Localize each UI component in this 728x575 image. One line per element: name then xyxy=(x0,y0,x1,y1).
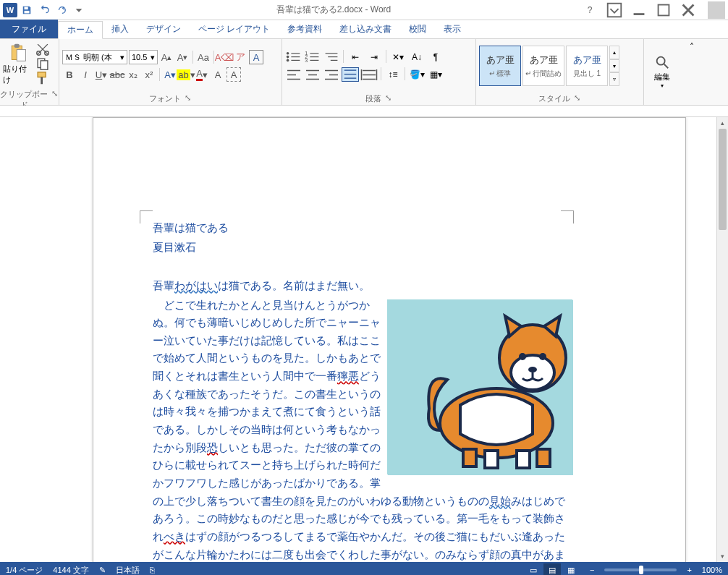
format-painter-icon[interactable] xyxy=(35,72,51,85)
style-normal[interactable]: あア亜 ↵ 標準 xyxy=(479,46,521,86)
multilevel-list-icon[interactable] xyxy=(323,50,340,64)
style-heading1[interactable]: あア亜 見出し 1 xyxy=(566,46,608,86)
asian-layout-icon[interactable]: ✕▾ xyxy=(389,50,407,64)
enclose-char-icon[interactable]: A xyxy=(249,50,263,64)
scroll-down-icon[interactable]: ▾ xyxy=(717,550,728,562)
document-content[interactable]: 吾輩は猫である 夏目漱石 吾輩わがはいは猫である。名前はまだ無い。 xyxy=(153,219,572,562)
change-case-icon[interactable]: Aa xyxy=(196,50,211,64)
numbering-icon[interactable]: 123 xyxy=(304,50,321,64)
bold-button[interactable]: B xyxy=(62,67,77,82)
tab-insert[interactable]: 挿入 xyxy=(103,20,137,38)
grow-font-icon[interactable]: A▴ xyxy=(159,50,174,64)
sort-icon[interactable]: A↓ xyxy=(408,50,426,64)
scroll-thumb[interactable] xyxy=(719,129,727,230)
paste-button[interactable]: 貼り付け xyxy=(3,42,33,85)
insert-mode-icon[interactable]: ⎘ xyxy=(150,566,155,574)
shrink-font-icon[interactable]: A▾ xyxy=(175,50,190,64)
distributed-icon[interactable] xyxy=(360,67,378,82)
paragraph-launcher-icon[interactable]: ⤡ xyxy=(384,93,393,102)
font-name-combo[interactable]: ＭＳ 明朝 (本▾ xyxy=(62,50,127,64)
strikethrough-icon[interactable]: abc xyxy=(110,67,124,82)
tab-design[interactable]: デザイン xyxy=(137,20,190,38)
close-icon[interactable] xyxy=(679,3,698,17)
svg-point-17 xyxy=(287,59,289,62)
tab-file[interactable]: ファイル xyxy=(0,20,58,38)
status-page[interactable]: 1/4 ページ xyxy=(6,565,43,576)
redo-icon[interactable] xyxy=(54,2,69,18)
clipboard-launcher-icon[interactable]: ⤡ xyxy=(51,89,59,98)
document-area: 吾輩は猫である 夏目漱石 吾輩わがはいは猫である。名前はまだ無い。 xyxy=(0,106,728,562)
find-button[interactable]: 編集 ▾ xyxy=(647,54,677,89)
window-title: 吾輩は猫である2.docx - Word xyxy=(87,4,580,16)
scroll-up-icon[interactable]: ▴ xyxy=(717,117,728,129)
tab-mailings[interactable]: 差し込み文書 xyxy=(331,20,400,38)
align-left-icon[interactable] xyxy=(285,67,302,82)
horizontal-ruler[interactable] xyxy=(0,106,728,117)
text-effects-icon[interactable]: A▾ xyxy=(163,67,177,82)
align-justify-icon[interactable] xyxy=(342,67,359,82)
tab-pagelayout[interactable]: ページ レイアウト xyxy=(190,20,279,38)
word-logo: W xyxy=(3,3,17,17)
status-language[interactable]: 日本語 xyxy=(116,565,140,576)
view-read-icon[interactable]: ▭ xyxy=(525,563,542,575)
svg-rect-4 xyxy=(659,4,669,15)
vertical-scrollbar[interactable]: ▴ ▾ xyxy=(716,117,728,562)
align-right-icon[interactable] xyxy=(323,67,340,82)
view-print-icon[interactable]: ▤ xyxy=(543,563,561,575)
ribbon-tabs: ファイル ホーム 挿入 デザイン ページ レイアウト 参考資料 差し込み文書 校… xyxy=(0,20,728,39)
status-wordcount[interactable]: 4144 文字 xyxy=(53,565,89,576)
font-size-combo[interactable]: 10.5▾ xyxy=(129,50,158,64)
embedded-image[interactable] xyxy=(387,299,572,474)
proofing-icon[interactable]: ✎ xyxy=(99,566,106,575)
zoom-slider[interactable] xyxy=(604,568,677,571)
font-color-icon[interactable]: A▾ xyxy=(195,67,209,82)
ribbon-options-icon[interactable] xyxy=(605,3,624,17)
superscript-icon[interactable]: x² xyxy=(142,67,156,82)
user-avatar[interactable] xyxy=(708,1,725,19)
document-page[interactable]: 吾輩は猫である 夏目漱石 吾輩わがはいは猫である。名前はまだ無い。 xyxy=(93,117,686,562)
align-center-icon[interactable] xyxy=(304,67,321,82)
copy-icon[interactable] xyxy=(35,57,51,70)
bullets-icon[interactable] xyxy=(285,50,302,64)
highlight-icon[interactable]: ab▾ xyxy=(179,67,193,82)
status-bar: 1/4 ページ 4144 文字 ✎ 日本語 ⎘ ▭ ▤ ▦ − + 100% xyxy=(0,562,728,575)
show-marks-icon[interactable]: ¶ xyxy=(427,50,444,64)
char-border-icon[interactable]: A xyxy=(227,67,241,82)
svg-rect-55 xyxy=(485,451,498,468)
undo-icon[interactable] xyxy=(36,2,52,18)
char-shading-icon[interactable]: A xyxy=(211,67,225,82)
zoom-out-icon[interactable]: − xyxy=(590,566,594,574)
minimize-icon[interactable] xyxy=(630,3,648,17)
styles-launcher-icon[interactable]: ⤡ xyxy=(573,93,582,102)
underline-button[interactable]: U▾ xyxy=(94,67,109,82)
maximize-icon[interactable] xyxy=(654,3,673,17)
save-icon[interactable] xyxy=(19,2,35,18)
tab-home[interactable]: ホーム xyxy=(58,21,103,39)
qat-customize-icon[interactable] xyxy=(71,2,87,18)
tab-review[interactable]: 校閲 xyxy=(400,20,435,38)
decrease-indent-icon[interactable]: ⇤ xyxy=(347,50,364,64)
line-spacing-icon[interactable]: ↕≡ xyxy=(384,67,402,82)
ribbon: 貼り付け クリップボード⤡ ＭＳ 明朝 (本▾ 10.5▾ A▴ A▾ Aa xyxy=(0,39,728,106)
subscript-icon[interactable]: x₂ xyxy=(126,67,140,82)
svg-rect-56 xyxy=(517,451,530,468)
collapse-ribbon-icon[interactable]: ˄ xyxy=(683,39,701,105)
clear-format-icon[interactable]: A⌫ xyxy=(217,50,232,64)
zoom-in-icon[interactable]: + xyxy=(687,566,691,574)
tab-view[interactable]: 表示 xyxy=(435,20,470,38)
help-icon[interactable]: ? xyxy=(580,3,599,17)
phonetic-guide-icon[interactable]: ア xyxy=(233,50,247,64)
zoom-level[interactable]: 100% xyxy=(702,566,722,574)
shading-icon[interactable]: 🪣▾ xyxy=(408,67,426,82)
font-launcher-icon[interactable]: ⤡ xyxy=(184,93,192,102)
italic-button[interactable]: I xyxy=(78,67,93,82)
increase-indent-icon[interactable]: ⇥ xyxy=(365,50,383,64)
style-no-spacing[interactable]: あア亜 ↵ 行間詰め xyxy=(522,46,564,86)
tab-references[interactable]: 参考資料 xyxy=(279,20,331,38)
borders-icon[interactable]: ▦▾ xyxy=(427,67,444,82)
styles-scroll[interactable]: ▴▾▿ xyxy=(609,46,619,86)
svg-rect-54 xyxy=(463,449,476,467)
svg-rect-7 xyxy=(17,50,25,61)
cut-icon[interactable] xyxy=(35,43,51,56)
view-web-icon[interactable]: ▦ xyxy=(562,563,580,575)
